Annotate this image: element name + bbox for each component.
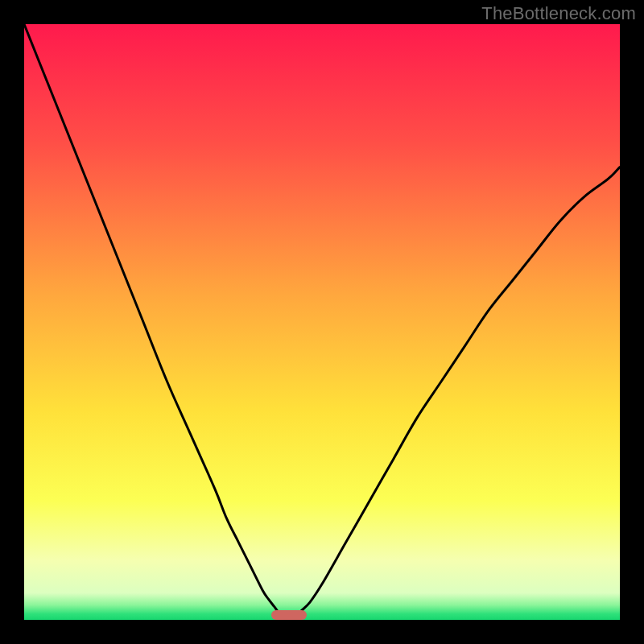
optimal-marker xyxy=(271,610,307,620)
plot-area xyxy=(24,24,620,620)
series-right-curve xyxy=(301,167,620,611)
chart-frame: TheBottleneck.com xyxy=(0,0,644,644)
watermark-text: TheBottleneck.com xyxy=(481,3,636,24)
bottleneck-curve xyxy=(24,24,620,620)
series-left-curve xyxy=(24,24,278,611)
